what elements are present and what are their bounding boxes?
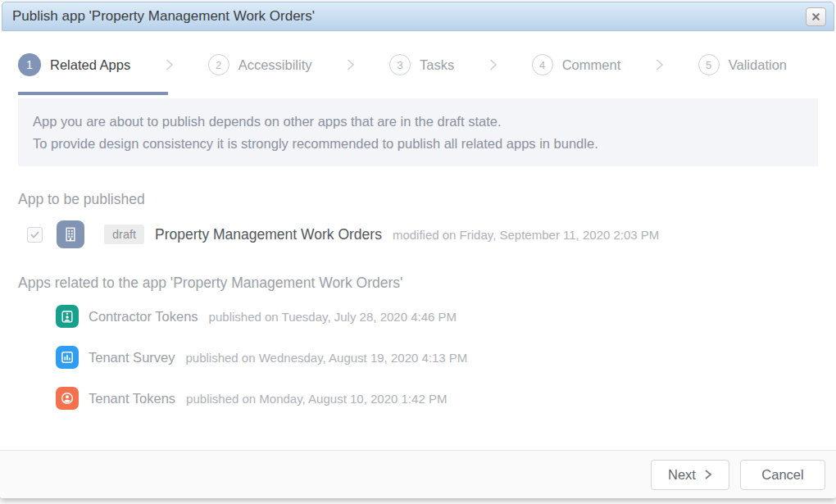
close-button[interactable] (806, 7, 826, 26)
cancel-button[interactable]: Cancel (740, 460, 825, 490)
related-app-row: Contractor Tokens published on Tuesday, … (56, 305, 818, 328)
step-label: Related Apps (50, 57, 130, 73)
step-validation[interactable]: 5 Validation (698, 54, 787, 75)
close-icon (811, 11, 821, 22)
dialog-titlebar: Publish app 'Property Management Work Or… (2, 2, 834, 31)
next-button[interactable]: Next (651, 460, 729, 490)
info-banner: App you are about to publish depends on … (18, 98, 818, 166)
banner-line-2: To provide design consistency it is stro… (33, 133, 803, 155)
bar-chart-icon (56, 346, 79, 369)
cancel-button-label: Cancel (761, 467, 803, 483)
step-label: Validation (729, 57, 787, 73)
step-label: Tasks (420, 57, 454, 73)
related-app-published-date: published on Wednesday, August 19, 2020 … (185, 351, 467, 365)
app-name: Property Management Work Orders (155, 226, 382, 243)
step-tasks[interactable]: 3 Tasks (389, 54, 454, 75)
chevron-right-icon (653, 57, 666, 73)
chevron-right-icon (163, 57, 175, 73)
dialog-title: Publish app 'Property Management Work Or… (12, 8, 315, 25)
draft-status-badge: draft (104, 225, 144, 244)
step-number: 2 (208, 54, 229, 75)
active-step-underline (18, 92, 168, 95)
app-to-publish-heading: App to be published (18, 191, 818, 208)
step-comment[interactable]: 4 Comment (532, 54, 621, 75)
banner-line-1: App you are about to publish depends on … (33, 111, 803, 133)
id-badge-icon (56, 305, 79, 328)
wizard-stepper: 1 Related Apps 2 Accessibility 3 Tasks 4… (0, 31, 836, 95)
related-app-name: Contractor Tokens (89, 309, 198, 325)
chevron-right-icon (344, 57, 357, 73)
step-related-apps[interactable]: 1 Related Apps (18, 53, 130, 76)
checkmark-icon (30, 229, 40, 240)
chevron-right-icon (487, 57, 499, 73)
step-number: 5 (698, 54, 720, 75)
related-app-published-date: published on Tuesday, July 28, 2020 4:46… (209, 310, 457, 324)
app-modified-date: modified on Friday, September 11, 2020 2… (393, 228, 659, 242)
related-app-name: Tenant Survey (89, 350, 175, 366)
person-icon (56, 387, 79, 410)
related-app-published-date: published on Monday, August 10, 2020 1:4… (186, 392, 447, 406)
step-label: Accessibility (239, 57, 312, 73)
step-number: 4 (532, 54, 553, 75)
next-button-label: Next (668, 467, 696, 483)
app-checkbox[interactable] (27, 227, 43, 243)
related-app-row: Tenant Tokens published on Monday, Augus… (56, 387, 818, 410)
step-number: 1 (18, 53, 41, 76)
related-app-row: Tenant Survey published on Wednesday, Au… (56, 346, 818, 369)
step-label: Comment (562, 57, 621, 73)
step-accessibility[interactable]: 2 Accessibility (208, 54, 312, 75)
building-icon (57, 220, 84, 248)
step-number: 3 (389, 54, 411, 75)
related-apps-heading: Apps related to the app 'Property Manage… (18, 275, 818, 292)
related-app-name: Tenant Tokens (89, 391, 175, 406)
app-row: draft Property Management Work Orders mo… (27, 220, 818, 248)
chevron-right-icon (704, 469, 712, 480)
dialog-footer: Next Cancel (0, 450, 836, 498)
publish-app-dialog: Publish app 'Property Management Work Or… (0, 2, 836, 498)
